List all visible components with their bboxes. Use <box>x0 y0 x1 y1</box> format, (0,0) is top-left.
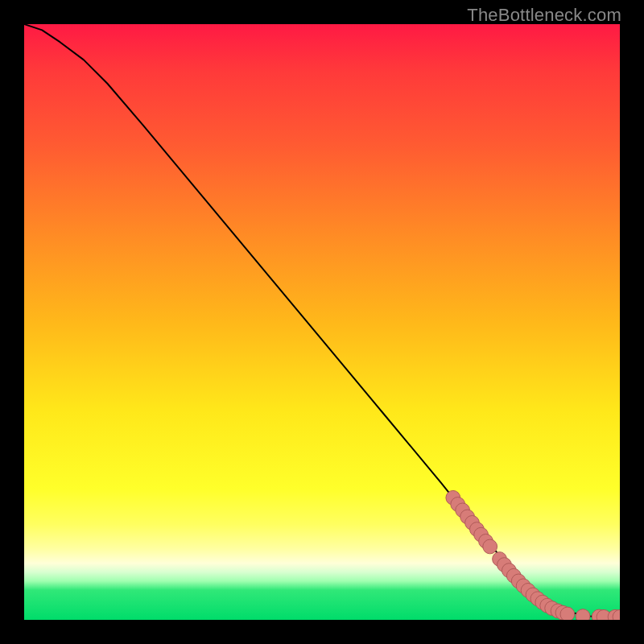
curve-line <box>24 24 620 617</box>
data-point <box>597 609 611 620</box>
data-point <box>483 539 497 554</box>
data-point <box>456 503 470 518</box>
plot-area <box>24 24 620 620</box>
data-point <box>530 592 545 606</box>
data-point <box>465 516 480 530</box>
data-point <box>560 607 575 620</box>
data-point <box>608 609 620 620</box>
data-point <box>493 552 507 567</box>
data-point <box>511 574 526 588</box>
data-point <box>451 497 465 512</box>
data-point <box>502 564 516 578</box>
chart-svg <box>24 24 620 620</box>
data-point <box>540 598 555 613</box>
data-point <box>592 609 606 620</box>
data-point <box>470 522 485 537</box>
chart-stage: TheBottleneck.com <box>0 0 644 644</box>
watermark-text: TheBottleneck.com <box>467 5 621 26</box>
data-point <box>460 510 475 524</box>
data-points-group <box>446 490 620 620</box>
data-point <box>446 490 460 505</box>
data-point <box>479 534 493 548</box>
data-point <box>516 579 530 593</box>
data-point <box>526 588 540 602</box>
data-point <box>555 605 570 620</box>
data-point <box>535 595 550 609</box>
data-point <box>576 609 590 620</box>
data-point <box>506 568 521 583</box>
data-point <box>521 583 535 597</box>
data-point <box>545 601 559 616</box>
data-point <box>497 558 512 572</box>
data-point <box>474 527 489 542</box>
data-point <box>551 604 565 618</box>
data-point <box>613 609 620 620</box>
